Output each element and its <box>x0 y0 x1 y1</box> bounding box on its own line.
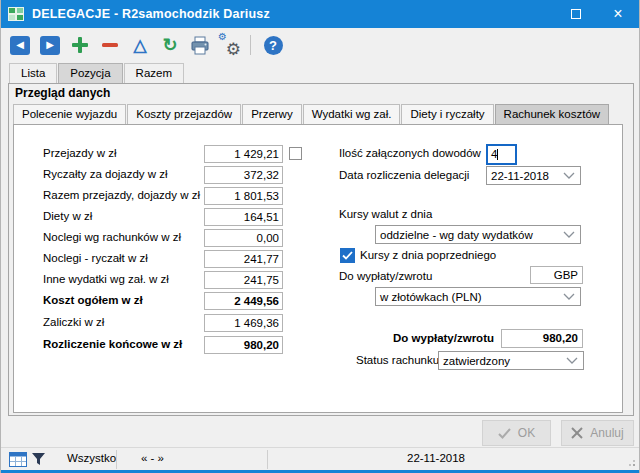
row-zaliczki: Zaliczki w zł 1 469,36 <box>43 314 284 332</box>
cancel-button-label: Anuluj <box>590 426 623 440</box>
window-title: DELEGACJE - R2samochodzik Dariusz <box>32 7 270 21</box>
close-button[interactable]: × <box>597 0 639 28</box>
payout-label: Do wypłaty/zwrotu <box>339 270 432 282</box>
tab-koszty-przejazdow[interactable]: Koszty przejazdów <box>127 104 241 124</box>
cancel-button[interactable]: Anuluj <box>561 420 634 446</box>
resize-grip[interactable] <box>626 457 636 467</box>
add-record-button[interactable] <box>65 32 95 58</box>
row-label: Inne wydatki wg zał. w zł <box>43 273 169 285</box>
cost-summary-page: Przejazdy w zł 1 429,21 Ryczałty za doja… <box>13 124 623 413</box>
row-value-field[interactable]: 1 469,36 <box>204 314 283 332</box>
row-inne-wydatki: Inne wydatki wg zał. w zł 241,75 <box>43 271 284 289</box>
panel-header: Przegląd danych <box>15 86 110 100</box>
gears-icon: ⚙ ⚙ <box>219 34 241 56</box>
row-noclegi-ryczalt: Noclegi - ryczałt w zł 241,77 <box>43 250 284 268</box>
check-icon <box>498 428 511 439</box>
currency-rates-label: Kursy walut z dnia <box>339 208 432 220</box>
row-value-field[interactable]: 0,00 <box>204 229 283 247</box>
ok-button[interactable]: OK <box>482 420 551 446</box>
next-record-button[interactable]: ▶ <box>35 32 65 58</box>
row-value-field[interactable]: 241,77 <box>204 250 283 268</box>
cost-tab-bar: Polecenie wyjazdu Koszty przejazdów Prze… <box>13 104 610 124</box>
plus-icon <box>71 36 89 54</box>
payout-currency-field[interactable]: GBP <box>530 266 583 284</box>
row-label: Noclegi - ryczałt w zł <box>43 252 148 264</box>
close-icon: × <box>613 6 622 22</box>
refresh-icon: ↻ <box>162 36 177 54</box>
tab-lista[interactable]: Lista <box>9 63 57 83</box>
chevron-down-icon <box>563 231 575 238</box>
row-koszt-ogolem: Koszt ogółem w zł 2 449,56 <box>43 292 284 310</box>
chevron-down-icon <box>566 357 578 364</box>
row-value-field[interactable]: 2 449,56 <box>204 292 283 310</box>
row-value-field[interactable]: 1 429,21 <box>204 145 283 163</box>
settings-button[interactable]: ⚙ ⚙ <box>215 32 245 58</box>
app-window: DELEGACJE - R2samochodzik Dariusz × ◀ ▶ <box>0 0 640 473</box>
row-value-field[interactable]: 1 801,53 <box>204 187 283 205</box>
app-icon <box>8 6 24 22</box>
tab-diety-i-ryczalty[interactable]: Diety i ryczałty <box>401 104 493 124</box>
refresh-button[interactable]: ↻ <box>155 32 185 58</box>
chevron-down-icon <box>563 172 575 179</box>
row-rozliczenie-koncowe: Rozliczenie końcowe w zł 980,20 <box>43 336 284 354</box>
previous-day-rates-checkbox[interactable] <box>340 248 355 263</box>
row-label: Koszt ogółem w zł <box>43 294 143 306</box>
settlement-date-select[interactable]: 22-11-2018 <box>486 166 581 185</box>
row-value-field[interactable]: 980,20 <box>204 336 283 354</box>
maximize-icon <box>571 9 581 19</box>
row-przejazdy: Przejazdy w zł 1 429,21 <box>43 145 284 163</box>
edit-record-button[interactable]: △ <box>125 32 155 58</box>
filter-funnel-icon[interactable] <box>31 452 46 467</box>
print-button[interactable] <box>185 32 215 58</box>
settlement-date-label: Data rozliczenia delegacji <box>339 169 469 181</box>
help-button[interactable]: ? <box>258 32 288 58</box>
previous-icon: ◀ <box>10 36 30 55</box>
text-caret <box>497 149 498 160</box>
window-controls: × <box>555 0 639 28</box>
tab-razem[interactable]: Razem <box>124 63 184 83</box>
filter-scope-text: Wszystko <box>67 452 116 464</box>
row-ryczalty-dojazdy: Ryczałty za dojazdy w zł 372,32 <box>43 166 284 184</box>
payout-total-label: Do wypłaty/zwrotu <box>314 332 494 344</box>
row-value-field[interactable]: 372,32 <box>204 166 283 184</box>
account-status-label: Status rachunku <box>356 354 439 366</box>
przejazdy-checkbox[interactable] <box>289 147 302 160</box>
tab-polecenie-wyjazdu[interactable]: Polecenie wyjazdu <box>13 104 126 124</box>
previous-record-button[interactable]: ◀ <box>5 32 35 58</box>
previous-day-rates-label: Kursy z dnia poprzedniego <box>360 249 496 261</box>
record-range-text: « - » <box>141 452 164 464</box>
row-label: Rozliczenie końcowe w zł <box>43 338 182 350</box>
attachments-input[interactable]: 4 <box>486 144 517 165</box>
tab-rachunek-kosztow[interactable]: Rachunek kosztów <box>495 104 610 124</box>
row-noclegi-rachunki: Noclegi wg rachunków w zł 0,00 <box>43 229 284 247</box>
row-label: Razem przejazdy, dojazdy w zł <box>43 189 200 201</box>
tab-przerwy[interactable]: Przerwy <box>242 104 302 124</box>
payout-mode-select[interactable]: w złotówkach (PLN) <box>375 287 581 306</box>
tab-pozycja[interactable]: Pozycja <box>58 63 122 83</box>
data-overview-panel: Przegląd danych Polecenie wyjazdu Koszty… <box>8 83 634 416</box>
row-value-field[interactable]: 164,51 <box>204 208 283 226</box>
attachments-label: Ilość załączonych dowodów <box>339 147 481 159</box>
account-status-select[interactable]: zatwierdzony <box>438 351 584 370</box>
maximize-button[interactable] <box>555 0 597 28</box>
next-icon: ▶ <box>40 36 60 55</box>
grid-view-icon[interactable] <box>9 452 27 467</box>
row-label: Diety w zł <box>43 210 92 222</box>
ok-button-label: OK <box>518 426 535 440</box>
payout-total-field[interactable]: 980,20 <box>501 329 583 348</box>
row-razem-przejazdy: Razem przejazdy, dojazdy w zł 1 801,53 <box>43 187 284 205</box>
statusbar-separator <box>267 450 268 469</box>
help-icon: ? <box>264 36 283 55</box>
row-label: Przejazdy w zł <box>43 147 117 159</box>
tab-wydatki-wg-zal[interactable]: Wydatki wg zał. <box>303 104 401 124</box>
title-bar: DELEGACJE - R2samochodzik Dariusz × <box>1 0 639 28</box>
x-icon <box>571 427 583 439</box>
printer-icon <box>190 36 210 55</box>
edit-triangle-icon: △ <box>133 37 146 54</box>
status-bar: Wszystko « - » 22-11-2018 <box>1 447 639 470</box>
toolbar: ◀ ▶ △ ↻ <box>1 28 639 62</box>
delete-record-button[interactable] <box>95 32 125 58</box>
currency-rates-select[interactable]: oddzielne - wg daty wydatków <box>375 225 581 244</box>
row-value-field[interactable]: 241,75 <box>204 271 283 289</box>
check-icon <box>342 251 353 260</box>
